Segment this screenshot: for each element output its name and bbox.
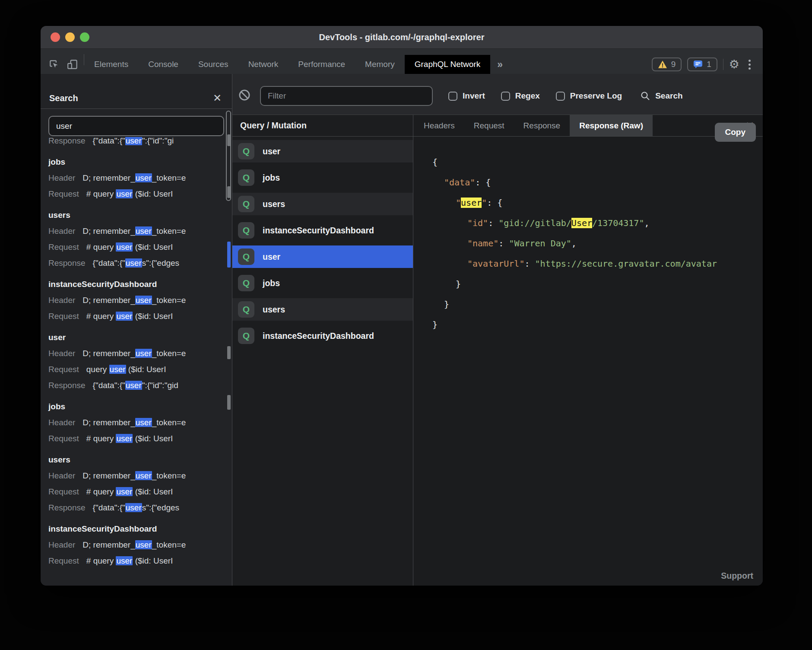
tab-performance[interactable]: Performance	[288, 55, 355, 74]
regex-label: Regex	[515, 91, 540, 101]
query-item-instancesecuritydashboard[interactable]: QinstanceSecurityDashboard	[232, 219, 413, 242]
result-row-label: Header	[48, 296, 75, 305]
clear-log-icon[interactable]	[238, 89, 251, 103]
minimize-window-button[interactable]	[65, 32, 75, 42]
search-toggle-button[interactable]: Search	[640, 91, 682, 101]
search-panel-title: Search	[49, 93, 78, 103]
search-result-row[interactable]: HeaderD; remember_user_token=e	[48, 414, 232, 430]
zoom-window-button[interactable]	[80, 32, 89, 42]
match-highlight: user	[109, 365, 126, 374]
close-window-button[interactable]	[51, 32, 60, 42]
kebab-menu-icon[interactable]	[745, 60, 754, 70]
query-item-jobs[interactable]: Qjobs	[232, 166, 413, 189]
search-result-row[interactable]: Response{"data":{"users":{"edges	[48, 500, 232, 516]
json-line: {	[432, 152, 763, 172]
search-result-row[interactable]: Response{"data":{"user":{"id":"gi	[48, 137, 232, 149]
search-result-row[interactable]: HeaderD; remember_user_token=e	[48, 223, 232, 239]
copy-button[interactable]: Copy	[715, 123, 756, 142]
search-result-row[interactable]: HeaderD; remember_user_token=e	[48, 345, 232, 361]
search-result-row[interactable]: Request# query user ($id: UserI	[48, 553, 232, 569]
detail-tab-headers[interactable]: Headers	[414, 115, 464, 136]
inspect-element-icon[interactable]	[48, 59, 60, 70]
result-row-label: Header	[48, 471, 75, 480]
query-mutation-header: Query / Mutation	[232, 115, 413, 137]
settings-gear-icon[interactable]: ⚙	[729, 59, 739, 70]
search-group-title: user	[48, 329, 232, 345]
search-result-row[interactable]: Response{"data":{"user":{"id":"gid	[48, 377, 232, 393]
invert-label: Invert	[463, 91, 485, 101]
match-highlight: user	[116, 487, 133, 496]
issues-badge[interactable]: 1	[687, 57, 717, 71]
match-highlight: user	[125, 137, 142, 145]
device-toolbar-icon[interactable]	[67, 59, 79, 70]
tabbar-tabs: ElementsConsoleSourcesNetworkPerformance…	[84, 55, 490, 74]
preserve-log-checkbox[interactable]	[556, 92, 565, 101]
detail-tab-response[interactable]: Response	[514, 115, 570, 136]
json-line: }	[432, 294, 763, 315]
search-result-row[interactable]: HeaderD; remember_user_token=e	[48, 537, 232, 553]
result-row-label: Header	[48, 349, 75, 358]
tab-memory[interactable]: Memory	[355, 55, 405, 74]
warnings-badge[interactable]: 9	[652, 57, 682, 71]
detail-tab-request[interactable]: Request	[464, 115, 514, 136]
json-line: "avatarUrl": "https://secure.gravatar.co…	[432, 254, 763, 274]
result-row-label: Request	[48, 365, 79, 374]
warning-count: 9	[671, 60, 676, 69]
tab-elements[interactable]: Elements	[84, 55, 138, 74]
json-line: "user": {	[432, 193, 763, 213]
result-row-label: Response	[48, 137, 86, 145]
query-item-users[interactable]: Qusers	[232, 298, 413, 321]
query-item-label: user	[263, 147, 280, 156]
search-result-row[interactable]: Request# query user ($id: UserI	[48, 239, 232, 255]
query-item-user[interactable]: Quser	[232, 140, 413, 162]
tab-sources[interactable]: Sources	[188, 55, 238, 74]
search-result-row[interactable]: Request# query user ($id: UserI	[48, 186, 232, 202]
json-line: }	[432, 274, 763, 294]
detail-tab-response-raw[interactable]: Response (Raw)	[570, 115, 653, 136]
search-result-row[interactable]: Request# query user ($id: UserI	[48, 308, 232, 324]
more-tabs-button[interactable]: »	[490, 55, 510, 74]
search-result-row[interactable]: HeaderD; remember_user_token=e	[48, 170, 232, 186]
query-item-label: instanceSecurityDashboard	[263, 331, 374, 341]
query-item-user[interactable]: Quser	[232, 245, 413, 268]
search-result-row[interactable]: Request# query user ($id: UserI	[48, 430, 232, 446]
tab-graphql-network[interactable]: GraphQL Network	[405, 55, 490, 74]
search-panel: Search ✕ Response{"data":{"user":{"id":"…	[41, 74, 232, 586]
filter-input[interactable]	[260, 86, 433, 106]
query-item-label: jobs	[263, 173, 280, 183]
search-result-row[interactable]: Requestquery user ($id: UserI	[48, 361, 232, 377]
invert-checkbox[interactable]	[448, 92, 457, 101]
match-highlight: user	[116, 242, 133, 252]
query-type-icon: Q	[238, 143, 254, 159]
search-input[interactable]	[48, 116, 224, 136]
detail-tabs: HeadersRequestResponseResponse (Raw)	[414, 115, 653, 136]
query-type-icon: Q	[238, 169, 254, 186]
query-item-jobs[interactable]: Qjobs	[232, 272, 413, 294]
tab-console[interactable]: Console	[138, 55, 188, 74]
search-match-marker-current	[227, 242, 231, 268]
devtools-tabbar: ElementsConsoleSourcesNetworkPerformance…	[41, 49, 763, 74]
search-match-marker	[227, 134, 231, 146]
close-search-icon[interactable]: ✕	[213, 93, 222, 103]
query-item-label: instanceSecurityDashboard	[263, 226, 374, 236]
query-type-icon: Q	[238, 328, 254, 344]
tab-network[interactable]: Network	[238, 55, 289, 74]
support-link[interactable]: Support	[721, 571, 753, 581]
query-type-icon: Q	[238, 222, 254, 239]
match-highlight: user	[116, 189, 133, 198]
result-row-label: Header	[48, 226, 75, 236]
window-title: DevTools - gitlab.com/-/graphql-explorer	[41, 32, 763, 42]
query-item-instancesecuritydashboard[interactable]: QinstanceSecurityDashboard	[232, 325, 413, 347]
search-result-row[interactable]: HeaderD; remember_user_token=e	[48, 468, 232, 484]
search-result-row[interactable]: HeaderD; remember_user_token=e	[48, 292, 232, 308]
search-result-row[interactable]: Response{"data":{"users":{"edges	[48, 255, 232, 271]
message-icon	[693, 60, 703, 69]
result-row-label: Request	[48, 242, 79, 252]
result-row-label: Response	[48, 503, 86, 512]
json-line: "id": "gid://gitlab/User/13704317",	[432, 213, 763, 233]
regex-checkbox[interactable]	[501, 92, 510, 101]
query-item-users[interactable]: Qusers	[232, 193, 413, 215]
search-result-row[interactable]: Request# query user ($id: UserI	[48, 484, 232, 500]
result-row-label: Response	[48, 258, 86, 268]
search-group-title: users	[48, 207, 232, 223]
